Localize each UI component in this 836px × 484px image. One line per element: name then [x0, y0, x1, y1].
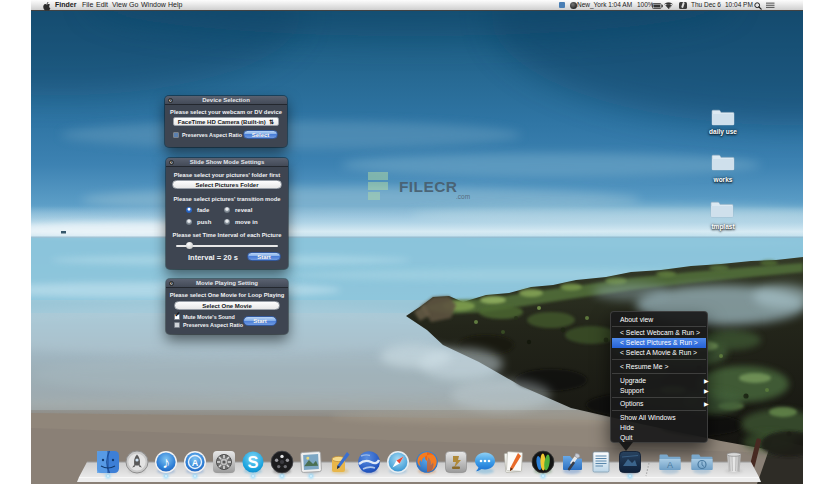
svg-text:♪: ♪ [162, 454, 170, 471]
svg-text:A: A [667, 460, 673, 470]
svg-text:A: A [192, 458, 199, 468]
svg-text:S: S [247, 453, 258, 471]
